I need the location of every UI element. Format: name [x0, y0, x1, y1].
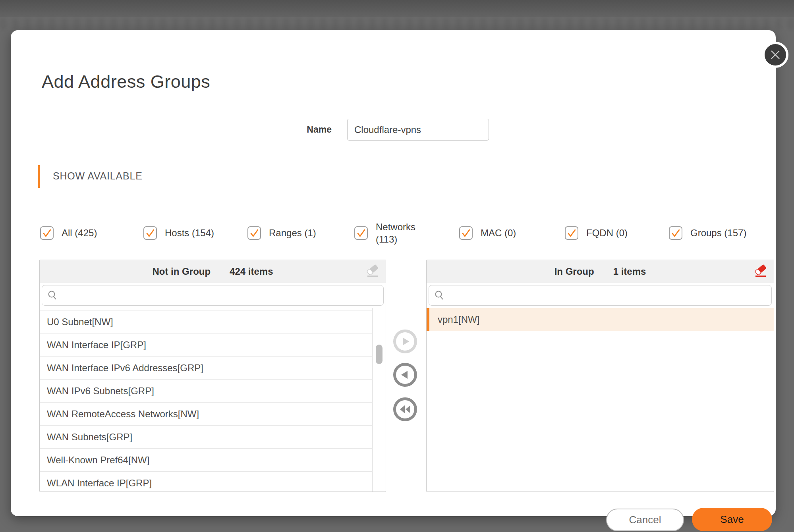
checkmark-icon [41, 226, 53, 240]
name-label: Name [281, 124, 332, 135]
checkbox-ranges[interactable] [247, 226, 261, 240]
checkmark-icon [460, 226, 472, 240]
eraser-icon [364, 264, 381, 279]
list-item[interactable]: WLAN Interface IP[GRP] [40, 472, 372, 492]
filter-hosts[interactable]: Hosts (154) [143, 219, 214, 247]
not-in-group-search[interactable] [42, 285, 384, 306]
filter-label: MAC (0) [481, 227, 516, 239]
checkbox-mac[interactable] [459, 226, 473, 240]
not-in-group-header: Not in Group 424 items [40, 260, 386, 283]
list-item[interactable]: WAN Interface IPv6 Addresses[GRP] [40, 357, 372, 380]
panel-count: 1 items [613, 266, 646, 277]
move-right-button[interactable] [393, 330, 417, 353]
search-icon [47, 290, 58, 301]
in-group-panel: In Group 1 items vpn1 [426, 260, 774, 492]
not-in-group-list: U0 Subnet[NW]WAN Interface IP[GRP]WAN In… [40, 308, 373, 492]
scrollbar-track[interactable] [373, 308, 386, 492]
filter-checkbox-row: All (425) Hosts (154) Ranges (1) Network… [11, 219, 794, 247]
filter-all[interactable]: All (425) [40, 219, 97, 247]
filter-label: Networks (113) [376, 221, 415, 245]
filter-mac[interactable]: MAC (0) [459, 219, 516, 247]
arrow-right-icon [400, 336, 410, 347]
clear-group-button[interactable] [751, 262, 770, 281]
not-in-group-panel: Not in Group 424 items [39, 260, 386, 492]
checkbox-hosts[interactable] [143, 226, 157, 240]
section-accent-bar [38, 165, 40, 188]
checkmark-icon [566, 226, 578, 240]
list-item[interactable]: vpn1[NW] [427, 308, 774, 331]
move-all-left-button[interactable] [393, 397, 417, 421]
checkbox-networks[interactable] [354, 226, 368, 240]
checkmark-icon [355, 226, 367, 240]
filter-groups[interactable]: Groups (157) [669, 219, 746, 247]
filter-label: FQDN (0) [586, 227, 628, 239]
list-item[interactable]: Well-Known Pref64[NW] [40, 449, 372, 472]
show-available-label: SHOW AVAILABLE [53, 170, 143, 182]
search-icon [434, 290, 444, 301]
in-group-search[interactable] [429, 285, 772, 306]
eraser-icon-red [752, 264, 769, 279]
list-item[interactable]: WAN IPv6 Subnets[GRP] [40, 380, 372, 403]
filter-fqdn[interactable]: FQDN (0) [565, 219, 628, 247]
save-button[interactable]: Save [692, 508, 772, 531]
background-overlay-top [0, 0, 794, 17]
filter-label: Hosts (154) [165, 227, 214, 239]
background-blurred-content [0, 18, 794, 29]
list-item[interactable]: WAN Subnets[GRP] [40, 426, 372, 449]
search-input[interactable] [62, 287, 378, 303]
filter-label: All (425) [62, 227, 97, 239]
checkbox-all[interactable] [40, 226, 54, 240]
clear-selection-button[interactable] [363, 262, 382, 281]
in-group-list: vpn1[NW] [427, 308, 774, 492]
filter-networks[interactable]: Networks (113) [354, 219, 415, 247]
checkmark-icon [144, 226, 156, 240]
name-input[interactable] [347, 119, 489, 141]
search-wrap [40, 283, 386, 308]
checkmark-icon [670, 226, 682, 240]
checkbox-groups[interactable] [669, 226, 682, 240]
panel-title: Not in Group [152, 266, 211, 277]
in-group-header: In Group 1 items [427, 260, 774, 283]
add-address-groups-dialog: Add Address Groups Name SHOW AVAILABLE A… [11, 30, 776, 516]
cancel-button[interactable]: Cancel [606, 509, 684, 531]
filter-label: Ranges (1) [269, 227, 316, 239]
checkbox-fqdn[interactable] [565, 226, 578, 240]
checkmark-icon [248, 226, 260, 240]
arrow-left-icon [400, 370, 410, 380]
move-left-button[interactable] [393, 363, 417, 387]
panel-count: 424 items [230, 266, 273, 277]
filter-label: Groups (157) [690, 227, 746, 239]
search-wrap [427, 283, 774, 308]
close-button[interactable] [762, 42, 788, 68]
panel-title: In Group [554, 266, 594, 277]
double-arrow-left-icon [399, 405, 411, 414]
list-item[interactable]: WAN RemoteAccess Networks[NW] [40, 403, 372, 426]
close-icon [769, 49, 781, 61]
scrollbar-thumb[interactable] [376, 345, 383, 364]
list-item[interactable]: U0 Subnet[NW] [40, 310, 372, 333]
search-input[interactable] [448, 287, 766, 303]
page-title: Add Address Groups [42, 71, 210, 92]
list-item[interactable]: WAN Interface IP[GRP] [40, 333, 372, 357]
filter-ranges[interactable]: Ranges (1) [247, 219, 316, 247]
